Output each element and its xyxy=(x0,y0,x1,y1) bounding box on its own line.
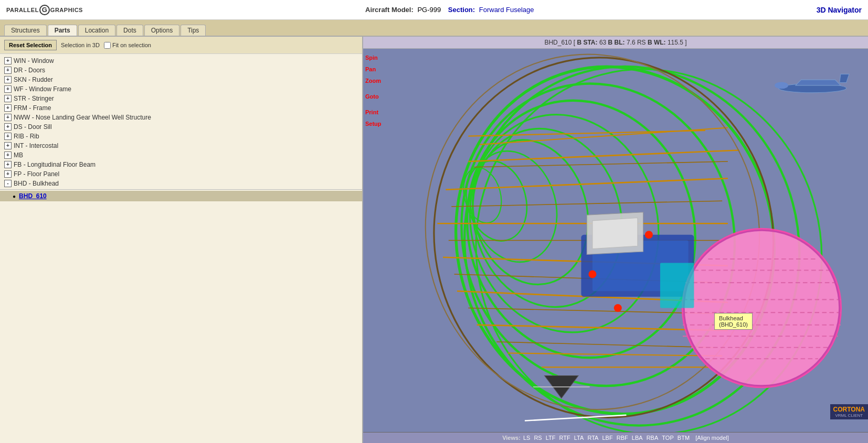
tree-toggle-skn[interactable]: + xyxy=(4,76,12,83)
tree-toggle-fp[interactable]: + xyxy=(4,170,12,178)
info-wl-value: 115.5 ] xyxy=(668,39,687,46)
view-link-ls[interactable]: LS xyxy=(523,435,530,441)
view-link-lba[interactable]: LBA xyxy=(632,435,643,441)
tree-toggle-str[interactable]: + xyxy=(4,95,12,102)
tree-item-int[interactable]: + INT - Intercostal xyxy=(0,141,362,150)
aircraft-model-label: Aircraft Model: xyxy=(365,6,414,14)
tree-item-label-frm: FRM - Frame xyxy=(14,104,51,112)
ref-dot-1 xyxy=(645,231,653,239)
tree-toggle-dr[interactable]: + xyxy=(4,67,12,74)
logo-graphics-text: GRAPHICS xyxy=(50,7,83,13)
tree-item-label-int: INT - Intercostal xyxy=(14,142,58,149)
tree-item-label-win: WIN - Window xyxy=(14,57,54,64)
svg-marker-33 xyxy=(796,80,841,85)
tooltip-box: Bulkhead (BHD_610) xyxy=(714,313,753,330)
viewport-controls: Spin Pan Zoom Goto Print Setup xyxy=(365,54,382,127)
tabbar: Structures Parts Location Dots Options T… xyxy=(0,20,868,37)
tree-toggle-bhd[interactable]: - xyxy=(4,180,12,187)
window-inner xyxy=(592,218,638,249)
reset-selection-button[interactable]: Reset Selection xyxy=(4,40,57,50)
tree-child-bhd610[interactable]: ● BHD_610 xyxy=(0,191,362,201)
fit-on-selection-label[interactable]: Fit on selection xyxy=(104,42,151,49)
left-panel: Reset Selection Selection in 3D Fit on s… xyxy=(0,37,363,443)
tree-item-skn[interactable]: + SKN - Rudder xyxy=(0,75,362,84)
child-bullet: ● xyxy=(13,193,16,199)
tree-item-mb[interactable]: + MB xyxy=(0,150,362,160)
section-value: Forward Fuselage xyxy=(479,6,534,14)
view-link-rba[interactable]: RBA xyxy=(647,435,659,441)
view-link-lta[interactable]: LTA xyxy=(574,435,584,441)
view-link-top[interactable]: TOP xyxy=(662,435,673,441)
tree-item-str[interactable]: + STR - Stringer xyxy=(0,94,362,103)
logo: PARALLEL G GRAPHICS xyxy=(6,5,83,15)
tree-toggle-rib[interactable]: + xyxy=(4,133,12,140)
fit-on-selection-checkbox[interactable] xyxy=(104,42,111,49)
tree-toggle-int[interactable]: + xyxy=(4,142,12,149)
tree-item-dr[interactable]: + DR - Doors xyxy=(0,66,362,75)
view-link-rbf[interactable]: RBF xyxy=(617,435,628,441)
info-bl-value: 7.6 RS xyxy=(627,39,648,46)
cortona-mid-text: VRML CLIENT xyxy=(833,413,865,418)
tree-item-fb[interactable]: + FB - Longitudinal Floor Beam xyxy=(0,160,362,169)
print-button[interactable]: Print xyxy=(365,109,382,116)
view-link-lbf[interactable]: LBF xyxy=(602,435,612,441)
spin-button[interactable]: Spin xyxy=(365,54,382,61)
header: PARALLEL G GRAPHICS Aircraft Model: PG-9… xyxy=(0,0,868,20)
left-toolbar: Reset Selection Selection in 3D Fit on s… xyxy=(0,37,362,54)
setup-button[interactable]: Setup xyxy=(365,120,382,127)
tree-item-label-nww: NWW - Nose Landing Gear Wheel Well Struc… xyxy=(14,114,151,121)
header-right: 3D Navigator xyxy=(817,6,862,14)
navigator-label: 3D Navigator xyxy=(817,6,862,14)
bhd610-label[interactable]: BHD_610 xyxy=(19,192,47,200)
tooltip-line2: (BHD_610) xyxy=(719,321,748,328)
tree-item-bhd[interactable]: - BHD - Bulkhead xyxy=(0,179,362,188)
tree-toggle-nww[interactable]: + xyxy=(4,114,12,121)
view-link-btm[interactable]: BTM xyxy=(678,435,690,441)
3d-scene-svg xyxy=(363,49,868,432)
tab-location[interactable]: Location xyxy=(78,25,115,36)
tab-structures[interactable]: Structures xyxy=(4,25,47,36)
tree-toggle-win[interactable]: + xyxy=(4,57,12,64)
tree-item-nww[interactable]: + NWW - Nose Landing Gear Wheel Well Str… xyxy=(0,113,362,122)
viewport: Spin Pan Zoom Goto Print Setup Bulkhead … xyxy=(363,49,868,432)
section-label: Section: xyxy=(448,6,475,14)
align-model-link[interactable]: [Align model] xyxy=(692,435,729,441)
tree-item-label-skn: SKN - Rudder xyxy=(14,76,53,83)
info-wl-label: B WL: xyxy=(648,39,668,46)
view-link-rta[interactable]: RTA xyxy=(587,435,598,441)
aircraft-model-value: PG-999 xyxy=(417,6,441,14)
zoom-button[interactable]: Zoom xyxy=(365,77,382,84)
right-panel: BHD_610 [ B STA: 63 B BL: 7.6 RS B WL: 1… xyxy=(363,37,868,443)
tab-parts[interactable]: Parts xyxy=(48,25,77,36)
tree-toggle-frm[interactable]: + xyxy=(4,104,12,112)
tree-item-label-rib: RIB - Rib xyxy=(14,133,39,140)
tree-item-win[interactable]: + WIN - Window xyxy=(0,56,362,66)
ref-dot-3 xyxy=(614,304,622,312)
tree-item-ds[interactable]: + DS - Door Sill xyxy=(0,122,362,132)
tab-options[interactable]: Options xyxy=(144,25,179,36)
ref-dot-2 xyxy=(588,270,596,278)
info-bl-label: B BL: xyxy=(608,39,627,46)
tree-toggle-wf[interactable]: + xyxy=(4,85,12,93)
info-part-id: BHD_610 [ xyxy=(544,39,575,46)
tab-dots[interactable]: Dots xyxy=(117,25,143,36)
logo-parallel-text: PARALLEL xyxy=(6,7,39,13)
tree-toggle-ds[interactable]: + xyxy=(4,123,12,131)
logo-g-circle: G xyxy=(39,5,50,15)
tree-toggle-fb[interactable]: + xyxy=(4,161,12,168)
tab-tips[interactable]: Tips xyxy=(181,25,206,36)
view-link-rtf[interactable]: RTF xyxy=(559,435,570,441)
cyan-element xyxy=(660,263,694,308)
goto-button[interactable]: Goto xyxy=(365,93,382,100)
selection-in-3d-label: Selection in 3D xyxy=(61,42,100,48)
tree-item-rib[interactable]: + RIB - Rib xyxy=(0,132,362,141)
tree-item-fp[interactable]: + FP - Floor Panel xyxy=(0,169,362,179)
view-link-rs[interactable]: RS xyxy=(534,435,542,441)
view-link-ltf[interactable]: LTF xyxy=(546,435,556,441)
tree-item-frm[interactable]: + FRM - Frame xyxy=(0,103,362,113)
tree-list: + WIN - Window + DR - Doors + SKN - Rudd… xyxy=(0,54,362,443)
pan-button[interactable]: Pan xyxy=(365,66,382,73)
tree-toggle-mb[interactable]: + xyxy=(4,152,12,159)
tree-item-wf[interactable]: + WF - Window Frame xyxy=(0,84,362,94)
cortona-logo: CORTONA VRML CLIENT xyxy=(830,404,868,419)
